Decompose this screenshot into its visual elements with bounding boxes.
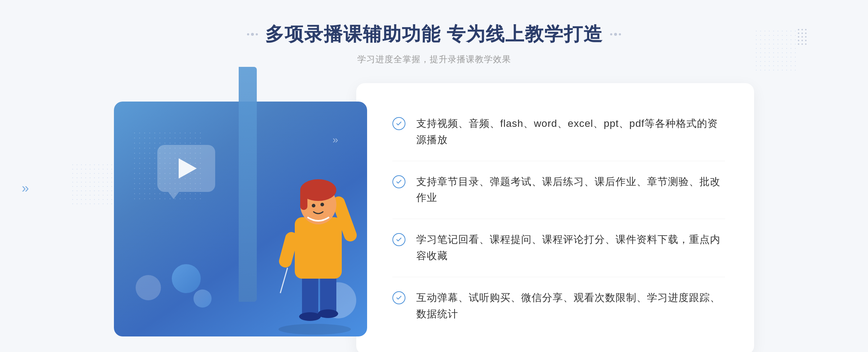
page-subtitle: 学习进度全掌握，提升录播课教学效果 [0,53,868,65]
feature-text-2: 支持章节目录、弹题考试、课后练习、课后作业、章节测验、批改作业 [416,174,725,206]
blue-accent-bar [239,67,257,302]
features-panel: 支持视频、音频、flash、word、excel、ppt、pdf等各种格式的资源… [356,83,754,352]
header-dots-right [610,33,621,36]
header-dots-left [247,33,258,36]
svg-rect-5 [295,217,342,279]
deco-circle-1 [172,264,201,293]
figure-illustration [251,138,378,336]
svg-point-4 [318,309,338,318]
svg-point-13 [320,203,324,206]
page-title: 多项录播课辅助功能 专为线上教学打造 [265,22,603,47]
feature-text-4: 互动弹幕、试听购买、微信分享、观看次数限制、学习进度跟踪、数据统计 [416,290,725,322]
feature-text-3: 学习笔记回看、课程提问、课程评论打分、课件资料下载，重点内容收藏 [416,232,725,264]
feature-item-3: 学习笔记回看、课程提问、课程评论打分、课件资料下载，重点内容收藏 [392,219,725,277]
deco-circle-2 [193,289,212,308]
play-icon [179,158,197,179]
svg-line-8 [280,268,288,293]
feature-item-1: 支持视频、音频、flash、word、excel、ppt、pdf等各种格式的资源… [392,103,725,161]
svg-point-0 [278,324,351,335]
check-icon-1 [392,117,405,130]
check-icon-4 [392,291,405,304]
feature-item-2: 支持章节目录、弹题考试、课后练习、课后作业、章节测验、批改作业 [392,161,725,219]
dot-pattern-left [71,163,114,206]
svg-point-12 [312,204,315,207]
feature-item-4: 互动弹幕、试听购买、微信分享、观看次数限制、学习进度跟踪、数据统计 [392,277,725,335]
check-icon-3 [392,233,405,246]
check-icon-2 [392,175,405,188]
left-arrow-decoration: » [22,181,29,196]
main-content: » [0,83,868,352]
svg-point-3 [299,312,321,321]
page-header: 多项录播课辅助功能 专为线上教学打造 学习进度全掌握，提升录播课教学效果 [0,0,868,65]
feature-text-1: 支持视频、音频、flash、word、excel、ppt、pdf等各种格式的资源… [416,116,725,148]
svg-rect-11 [300,188,307,210]
play-bubble[interactable] [157,145,215,192]
card-circle-2 [136,275,161,300]
deco-dots-right [798,29,807,45]
